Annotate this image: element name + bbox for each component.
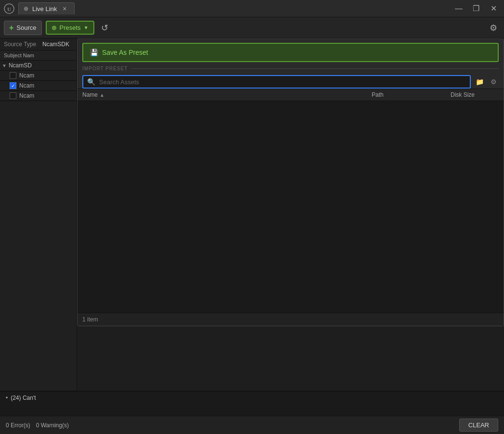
subject-name-col-header: Subject Nam xyxy=(4,52,34,58)
subject-table-header: Subject Nam xyxy=(0,51,77,61)
browse-folder-button[interactable]: 📁 xyxy=(474,77,486,87)
child-row-label-3: Ncam xyxy=(19,92,34,99)
main-area: + Source ⊕ Presets ▼ ↺ ⚙ Source Type Nca… xyxy=(0,17,504,434)
clear-log-button[interactable]: CLEAR xyxy=(459,419,498,432)
tab-icon: ⊕ xyxy=(24,5,28,12)
col-disksize-header: Disk Size xyxy=(451,91,499,98)
toolbar-settings-button[interactable]: ⚙ xyxy=(487,21,500,35)
right-panel: 💾 Save As Preset IMPORT PRESET 🔍 xyxy=(77,38,504,391)
subject-child-row-1: Ncam xyxy=(0,71,77,81)
source-button-label: Source xyxy=(16,24,36,31)
log-entry-text: (24) Can't xyxy=(11,395,36,401)
parent-row-label: NcamSD xyxy=(9,62,32,69)
search-icon: 🔍 xyxy=(87,78,95,86)
subject-table: Subject Nam ▼ NcamSD Ncam ✓ Ncam Ncam xyxy=(0,51,77,391)
content-split: Source Type NcamSDK Subject Nam ▼ NcamSD… xyxy=(0,38,504,391)
asset-table-body xyxy=(78,101,504,313)
log-content: • (24) Can't xyxy=(0,392,504,416)
log-bullet: • xyxy=(6,395,8,401)
presets-dropdown: 💾 Save As Preset IMPORT PRESET 🔍 xyxy=(77,38,504,326)
asset-table-footer: 1 item xyxy=(78,313,504,326)
checkbox-1[interactable] xyxy=(10,72,16,79)
close-button[interactable]: ✕ xyxy=(487,2,500,15)
window-controls: — ❐ ✕ xyxy=(452,2,500,15)
warning-count: 0 Warning(s) xyxy=(36,422,69,429)
divider-line xyxy=(131,68,499,69)
presets-icon: ⊕ xyxy=(52,24,57,31)
status-info: 0 Error(s) 0 Warning(s) xyxy=(6,422,69,429)
error-count: 0 Error(s) xyxy=(6,422,30,429)
import-preset-section: IMPORT PRESET 🔍 📁 ⚙ xyxy=(78,62,504,89)
subject-child-row-2: ✓ Ncam xyxy=(0,81,77,91)
toolbar: + Source ⊕ Presets ▼ ↺ ⚙ xyxy=(0,17,504,38)
save-as-preset-label: Save As Preset xyxy=(102,49,148,56)
search-bar[interactable]: 🔍 xyxy=(82,75,471,89)
minimize-button[interactable]: — xyxy=(452,2,465,15)
import-preset-divider: IMPORT PRESET xyxy=(82,66,499,71)
reset-button[interactable]: ↺ xyxy=(98,21,111,35)
checkbox-3[interactable] xyxy=(10,92,16,99)
import-preset-label: IMPORT PRESET xyxy=(82,66,128,71)
subject-child-row-3: Ncam xyxy=(0,91,77,101)
log-entry: • (24) Can't xyxy=(6,395,498,401)
source-type-value: NcamSDK xyxy=(42,41,69,48)
presets-button[interactable]: ⊕ Presets ▼ xyxy=(46,21,94,35)
svg-text:U: U xyxy=(7,6,11,12)
ue-logo-icon: U xyxy=(4,3,14,14)
chevron-down-icon: ▼ xyxy=(2,63,7,68)
search-assets-input[interactable] xyxy=(99,78,466,86)
sort-ascending-icon: ▲ xyxy=(100,92,104,98)
tab-title: Live Link xyxy=(32,5,57,13)
add-source-button[interactable]: + Source xyxy=(4,21,42,35)
live-link-tab[interactable]: ⊕ Live Link × xyxy=(18,2,75,14)
left-panel: Source Type NcamSDK Subject Nam ▼ NcamSD… xyxy=(0,38,77,391)
checkbox-2[interactable]: ✓ xyxy=(10,82,16,89)
presets-dropdown-icon: ▼ xyxy=(84,25,89,30)
col-path-header: Path xyxy=(372,91,449,98)
asset-table-header: Name ▲ Path Disk Size xyxy=(78,89,504,101)
child-row-label-2: Ncam xyxy=(19,82,34,89)
child-row-label-1: Ncam xyxy=(19,72,34,79)
source-type-label: Source Type xyxy=(4,41,42,48)
maximize-button[interactable]: ❐ xyxy=(469,2,483,15)
tab-close-button[interactable]: × xyxy=(61,5,68,13)
asset-count: 1 item xyxy=(82,316,98,323)
plus-icon: + xyxy=(9,24,13,32)
subject-parent-row[interactable]: ▼ NcamSD xyxy=(0,61,77,71)
title-bar: U ⊕ Live Link × — ❐ ✕ xyxy=(0,0,504,17)
source-type-row: Source Type NcamSDK xyxy=(0,38,77,51)
save-as-preset-button[interactable]: 💾 Save As Preset xyxy=(82,43,499,62)
search-settings-button[interactable]: ⚙ xyxy=(489,77,499,87)
col-name-header[interactable]: Name ▲ xyxy=(82,91,370,98)
presets-button-label: Presets xyxy=(60,24,81,31)
save-icon: 💾 xyxy=(90,49,98,56)
log-area: • (24) Can't 0 Error(s) 0 Warning(s) CLE… xyxy=(0,391,504,434)
log-status-bar: 0 Error(s) 0 Warning(s) CLEAR xyxy=(0,416,504,434)
